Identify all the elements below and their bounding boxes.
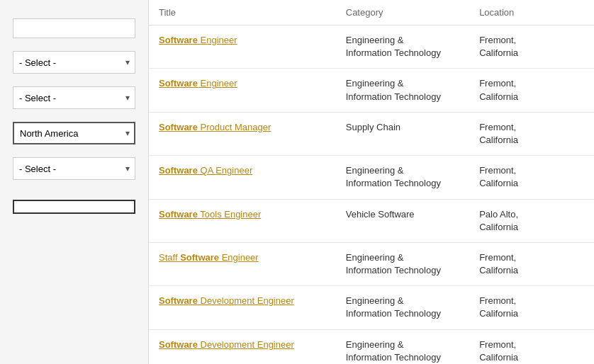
job-location-cell: Fremont, California (469, 329, 594, 364)
job-category-cell: Engineering & Information Technology (336, 25, 469, 69)
col-header-location: Location (469, 0, 594, 25)
job-type-select[interactable]: - Select - (13, 86, 135, 109)
table-row: Software Development EngineerEngineering… (149, 329, 594, 364)
job-location-cell: Fremont, California (469, 112, 594, 155)
job-title-link[interactable]: Software QA Engineer (159, 165, 252, 176)
job-location-cell: Fremont, California (469, 69, 594, 112)
job-location-cell: Palo Alto, California (469, 199, 594, 242)
col-header-title: Title (149, 0, 336, 25)
job-title-link[interactable]: Software Engineer (159, 78, 237, 89)
job-title-link[interactable]: Software Development Engineer (159, 295, 294, 306)
table-row: Software QA EngineerEngineering & Inform… (149, 156, 594, 199)
job-category-cell: Engineering & Information Technology (336, 156, 469, 199)
region-section: North America (13, 122, 135, 144)
job-category-cell: Engineering & Information Technology (336, 329, 469, 364)
job-title-link[interactable]: Software Product Manager (159, 122, 271, 132)
job-category-cell: Vehicle Software (336, 199, 469, 242)
table-row: Software Tools EngineerVehicle SoftwareP… (149, 199, 594, 242)
sidebar: - Select - - Select - North America (0, 0, 149, 364)
col-header-category: Category (336, 0, 469, 25)
job-location-cell: Fremont, California (469, 156, 594, 199)
main-content: Title Category Location Software Enginee… (149, 0, 594, 364)
location-select[interactable]: - Select - (13, 157, 135, 180)
search-section (13, 18, 135, 38)
jobs-table: Title Category Location Software Enginee… (149, 0, 594, 364)
region-select[interactable]: North America (13, 122, 135, 144)
job-category-cell: Engineering & Information Technology (336, 286, 469, 329)
search-input[interactable] (13, 18, 135, 38)
table-header-row: Title Category Location (149, 0, 594, 25)
app-container: - Select - - Select - North America (0, 0, 594, 364)
table-row: Software EngineerEngineering & Informati… (149, 69, 594, 112)
job-title-link[interactable]: Software Tools Engineer (159, 209, 261, 220)
job-title-link[interactable]: Staff Software Engineer (159, 252, 259, 263)
job-location-cell: Fremont, California (469, 242, 594, 285)
job-title-link[interactable]: Software Development Engineer (159, 339, 294, 350)
location-wrapper: - Select - (13, 157, 135, 180)
location-section: - Select - (13, 157, 135, 180)
table-row: Software Product ManagerSupply ChainFrem… (149, 112, 594, 155)
table-row: Staff Software EngineerEngineering & Inf… (149, 242, 594, 285)
job-category-cell: Supply Chain (336, 112, 469, 155)
table-row: Software EngineerEngineering & Informati… (149, 25, 594, 69)
job-category-section: - Select - (13, 51, 135, 74)
job-location-cell: Fremont, California (469, 25, 594, 69)
region-wrapper: North America (13, 122, 135, 144)
job-location-cell: Fremont, California (469, 286, 594, 329)
reset-filters-button[interactable] (13, 200, 135, 214)
job-category-cell: Engineering & Information Technology (336, 69, 469, 112)
job-category-select[interactable]: - Select - (13, 51, 135, 74)
job-category-wrapper: - Select - (13, 51, 135, 74)
job-type-section: - Select - (13, 86, 135, 109)
job-title-link[interactable]: Software Engineer (159, 35, 237, 45)
job-category-cell: Engineering & Information Technology (336, 242, 469, 285)
table-row: Software Development EngineerEngineering… (149, 286, 594, 329)
job-type-wrapper: - Select - (13, 86, 135, 109)
